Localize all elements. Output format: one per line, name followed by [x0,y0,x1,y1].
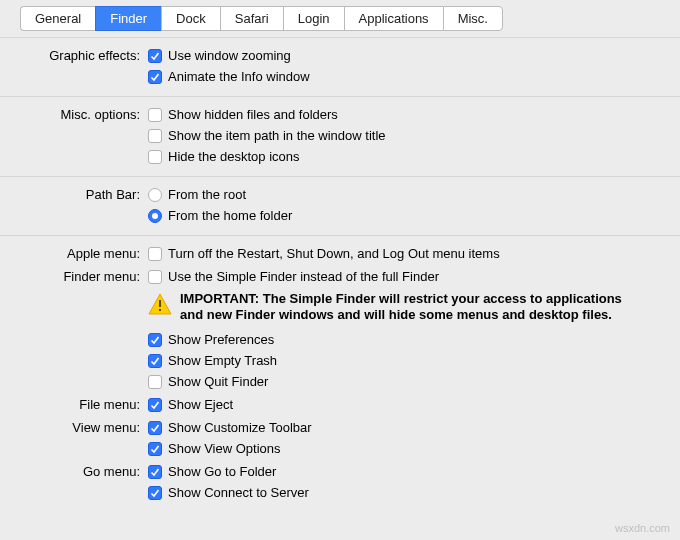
from-home-label: From the home folder [168,208,292,223]
show-preferences-label: Show Preferences [168,332,274,347]
warning-icon [148,293,172,315]
apple-menu-label: Apple menu: [0,243,146,261]
path-bar-label: Path Bar: [0,184,146,202]
tab-dock[interactable]: Dock [161,6,220,31]
show-connect-server-label: Show Connect to Server [168,485,309,500]
section-path-bar: Path Bar: From the root From the home fo… [0,176,680,235]
show-quit-finder-label: Show Quit Finder [168,374,268,389]
graphic-effects-label: Graphic effects: [0,45,146,63]
checkbox-turn-off-restart[interactable] [148,247,162,261]
go-menu-label: Go menu: [0,461,146,479]
svg-rect-2 [159,309,161,311]
tab-finder[interactable]: Finder [95,6,161,31]
checkbox-show-eject[interactable] [148,398,162,412]
show-view-options-label: Show View Options [168,441,281,456]
radio-from-home[interactable] [148,209,162,223]
checkbox-use-window-zooming[interactable] [148,49,162,63]
section-misc-options: Misc. options: Show hidden files and fol… [0,96,680,176]
show-empty-trash-label: Show Empty Trash [168,353,277,368]
svg-rect-1 [159,300,161,307]
section-menus: Apple menu: Turn off the Restart, Shut D… [0,235,680,512]
animate-info-window-label: Animate the Info window [168,69,310,84]
section-graphic-effects: Graphic effects: Use window zooming Anim… [0,37,680,96]
show-eject-label: Show Eject [168,397,233,412]
simple-finder-warning: IMPORTANT: The Simple Finder will restri… [180,291,640,323]
checkbox-show-go-to-folder[interactable] [148,465,162,479]
show-customize-toolbar-label: Show Customize Toolbar [168,420,312,435]
file-menu-label: File menu: [0,394,146,412]
show-go-to-folder-label: Show Go to Folder [168,464,276,479]
checkbox-show-quit-finder[interactable] [148,375,162,389]
checkbox-animate-info-window[interactable] [148,70,162,84]
tab-applications[interactable]: Applications [344,6,443,31]
checkbox-use-simple-finder[interactable] [148,270,162,284]
use-simple-finder-label: Use the Simple Finder instead of the ful… [168,269,439,284]
misc-options-label: Misc. options: [0,104,146,122]
finder-menu-label: Finder menu: [0,266,146,284]
tab-safari[interactable]: Safari [220,6,283,31]
from-root-label: From the root [168,187,246,202]
show-path-title-label: Show the item path in the window title [168,128,386,143]
checkbox-show-customize-toolbar[interactable] [148,421,162,435]
checkbox-show-hidden[interactable] [148,108,162,122]
turn-off-restart-label: Turn off the Restart, Shut Down, and Log… [168,246,500,261]
view-menu-label: View menu: [0,417,146,435]
checkbox-show-connect-server[interactable] [148,486,162,500]
tab-general[interactable]: General [20,6,95,31]
show-hidden-label: Show hidden files and folders [168,107,338,122]
tab-misc[interactable]: Misc. [443,6,503,31]
tab-login[interactable]: Login [283,6,344,31]
tab-bar: General Finder Dock Safari Login Applica… [20,0,660,31]
checkbox-hide-desktop-icons[interactable] [148,150,162,164]
hide-desktop-icons-label: Hide the desktop icons [168,149,300,164]
checkbox-show-path-title[interactable] [148,129,162,143]
use-window-zooming-label: Use window zooming [168,48,291,63]
radio-from-root[interactable] [148,188,162,202]
checkbox-show-empty-trash[interactable] [148,354,162,368]
checkbox-show-preferences[interactable] [148,333,162,347]
checkbox-show-view-options[interactable] [148,442,162,456]
footer-watermark: wsxdn.com [615,522,670,534]
